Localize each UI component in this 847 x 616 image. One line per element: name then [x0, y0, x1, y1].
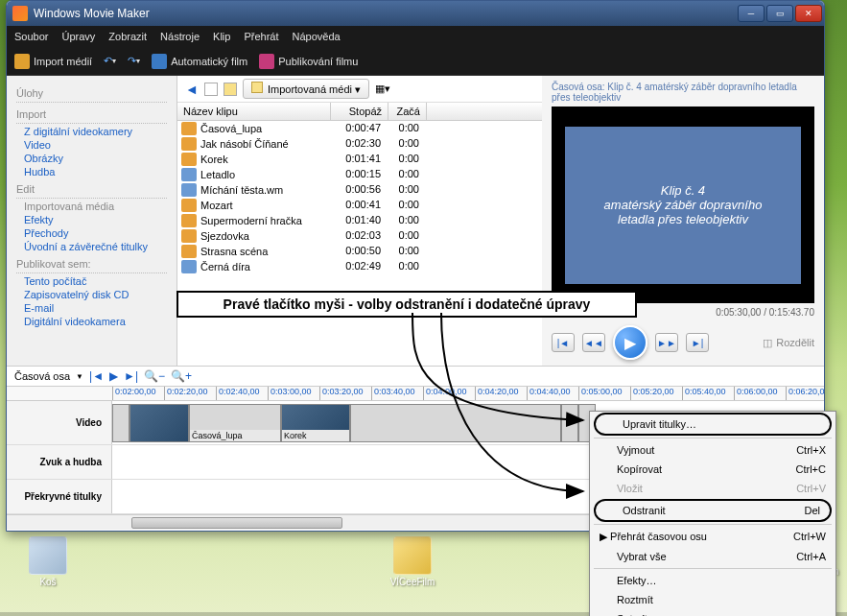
col-stop-header[interactable]: Stopáž	[331, 103, 388, 120]
menu-prehrat[interactable]: Přehrát	[244, 31, 278, 42]
clip-icon	[181, 260, 197, 273]
clip-start: 0:00	[388, 245, 427, 258]
clip-row[interactable]: Strasna scéna0:00:500:00	[177, 244, 542, 259]
ruler-tick: 0:06:00,00	[734, 387, 786, 400]
timeline-play-button[interactable]: ▶	[109, 369, 118, 383]
sidebar-import-video[interactable]: Video	[24, 139, 167, 151]
tasks-heading: Úlohy	[16, 87, 167, 99]
close-button[interactable]: ✕	[795, 5, 822, 22]
menu-zobrazit[interactable]: Zobrazit	[108, 31, 147, 42]
view-mode-icon[interactable]: ▦▾	[375, 83, 388, 96]
import-media-button[interactable]: Import médií	[14, 54, 92, 69]
timeline-clip[interactable]	[112, 404, 129, 442]
cm-cut[interactable]: VyjmoutCtrl+X	[590, 440, 835, 460]
publish-heading: Publikovat sem:	[16, 258, 167, 270]
menu-upravy[interactable]: Úpravy	[61, 31, 95, 42]
undo-button[interactable]: ↶▾	[104, 55, 116, 67]
ruler-tick: 0:05:00,00	[578, 387, 630, 400]
automovie-button[interactable]: Automatický film	[152, 54, 247, 69]
view-thumbs-icon[interactable]	[204, 83, 218, 96]
clip-row[interactable]: Časová_lupa0:00:470:00	[177, 121, 542, 136]
publish-button[interactable]: Publikování filmu	[259, 54, 358, 69]
cm-fade-in[interactable]: Roztmít	[590, 590, 835, 609]
next-frame-button[interactable]: ►|	[686, 333, 709, 352]
timeline-toolbar: Časová osa ▼ |◄ ▶ ►| 🔍− 🔍+	[7, 367, 824, 386]
scrollbar-thumb[interactable]	[131, 517, 342, 529]
clip-stop: 0:00:50	[331, 245, 388, 258]
cm-paste[interactable]: VložitCtrl+V	[590, 479, 835, 498]
cm-edit-titles[interactable]: Upravit titulky…	[594, 413, 832, 436]
cm-effects[interactable]: Efekty…	[590, 571, 835, 590]
prev-frame-button[interactable]: |◄	[552, 333, 575, 352]
sidebar-publish-email[interactable]: E-mail	[24, 302, 167, 314]
back-icon[interactable]: ◄	[185, 82, 199, 97]
clip-row[interactable]: Sjezdovka0:02:030:00	[177, 228, 542, 244]
col-start-header[interactable]: Začá	[388, 103, 427, 120]
forward-button[interactable]: ►►	[655, 333, 678, 352]
cm-play-timeline[interactable]: ▶ Přehrát časovou osuCtrl+W	[590, 527, 835, 547]
minimize-button[interactable]: ─	[738, 5, 765, 22]
cm-copy[interactable]: KopírovatCtrl+C	[590, 460, 835, 479]
cm-select-all[interactable]: Vybrat všeCtrl+A	[590, 547, 835, 566]
menu-klip[interactable]: Klip	[213, 31, 230, 42]
timeline-clip[interactable]: Časová_lupa	[189, 404, 281, 442]
sidebar-import-music[interactable]: Hudba	[24, 166, 167, 178]
titlebar[interactable]: Windows Movie Maker ─ ▭ ✕	[7, 1, 824, 26]
browser-toolbar: ◄ Importovaná médi ▾ ▦▾	[177, 76, 542, 103]
timeline-prev-button[interactable]: |◄	[89, 369, 104, 383]
sidebar-publish-camera[interactable]: Digitální videokamera	[24, 316, 167, 327]
clip-row[interactable]: Jak násobí Číňané0:02:300:00	[177, 136, 542, 152]
rewind-button[interactable]: ◄◄	[582, 333, 605, 352]
zoom-out-button[interactable]: 🔍−	[144, 369, 165, 383]
timeline-clip[interactable]	[350, 404, 561, 442]
menu-soubor[interactable]: Soubor	[14, 31, 48, 42]
cm-fade-out[interactable]: Setmít	[590, 609, 835, 616]
sidebar-transitions[interactable]: Přechody	[24, 227, 167, 239]
clip-stop: 0:01:40	[331, 214, 388, 227]
maximize-button[interactable]: ▭	[766, 5, 793, 22]
zoom-in-button[interactable]: 🔍+	[171, 369, 192, 383]
clip-start: 0:00	[388, 168, 427, 181]
clip-name: Letadlo	[200, 169, 235, 180]
sidebar-imported-media[interactable]: Importovaná média	[24, 201, 167, 212]
sidebar-import-camera[interactable]: Z digitální videokamery	[24, 126, 167, 137]
clip-row[interactable]: Míchání těsta.wm0:00:560:00	[177, 182, 542, 198]
sidebar-publish-cd[interactable]: Zapisovatelný disk CD	[24, 289, 167, 300]
menu-napoveda[interactable]: Nápověda	[292, 31, 340, 42]
clip-row[interactable]: Mozart0:00:410:00	[177, 198, 542, 213]
clip-list[interactable]: Název klipu Stopáž Začá Časová_lupa0:00:…	[177, 103, 542, 366]
timeline-ruler[interactable]: 0:02:00,000:02:20,000:02:40,000:03:00,00…	[7, 386, 824, 401]
clip-icon	[181, 137, 197, 151]
desktop-recycle-bin[interactable]: Koš	[19, 536, 77, 587]
clip-row[interactable]: Letadlo0:00:150:00	[177, 167, 542, 182]
timeline-clip[interactable]	[561, 404, 578, 442]
sidebar-import-images[interactable]: Obrázky	[24, 153, 167, 164]
view-folder-icon[interactable]	[224, 83, 237, 96]
clip-browser: ◄ Importovaná médi ▾ ▦▾ Název klipu Stop…	[177, 76, 542, 366]
timeline-clip[interactable]	[129, 404, 189, 442]
play-button[interactable]: ▶	[613, 325, 647, 360]
desktop-folder[interactable]: VÍCeeFilm	[384, 536, 441, 587]
split-button[interactable]: ◫ Rozdělit	[763, 337, 814, 349]
clip-start: 0:00	[388, 199, 427, 212]
cm-delete[interactable]: OdstranitDel	[594, 499, 832, 522]
preview-title: Časová osa: Klip č. 4 amatérský záběr do…	[552, 82, 814, 103]
timeline-clip[interactable]: Korek	[281, 404, 350, 442]
ruler-tick: 0:04:40,00	[527, 387, 578, 400]
ruler-tick: 0:03:00,00	[268, 387, 319, 400]
sidebar-publish-computer[interactable]: Tento počítač	[24, 275, 167, 287]
video-track-label: Video	[7, 401, 112, 444]
clip-row[interactable]: Korek0:01:410:00	[177, 152, 542, 167]
menu-nastroje[interactable]: Nástroje	[160, 31, 200, 42]
sidebar-titles[interactable]: Úvodní a závěrečné titulky	[24, 241, 167, 252]
clip-row[interactable]: Černá díra0:02:490:00	[177, 259, 542, 274]
clip-stop: 0:00:41	[331, 199, 388, 212]
clip-row[interactable]: Supermoderní hračka0:01:400:00	[177, 213, 542, 228]
overlay-track-label: Překryvné titulky	[7, 480, 112, 513]
col-name-header[interactable]: Název klipu	[177, 103, 331, 120]
redo-button[interactable]: ↷▾	[128, 55, 140, 67]
ruler-tick: 0:02:20,00	[164, 387, 216, 400]
collection-dropdown[interactable]: Importovaná médi ▾	[243, 79, 369, 99]
sidebar-effects[interactable]: Efekty	[24, 214, 167, 225]
timeline-next-button[interactable]: ►|	[124, 369, 138, 383]
